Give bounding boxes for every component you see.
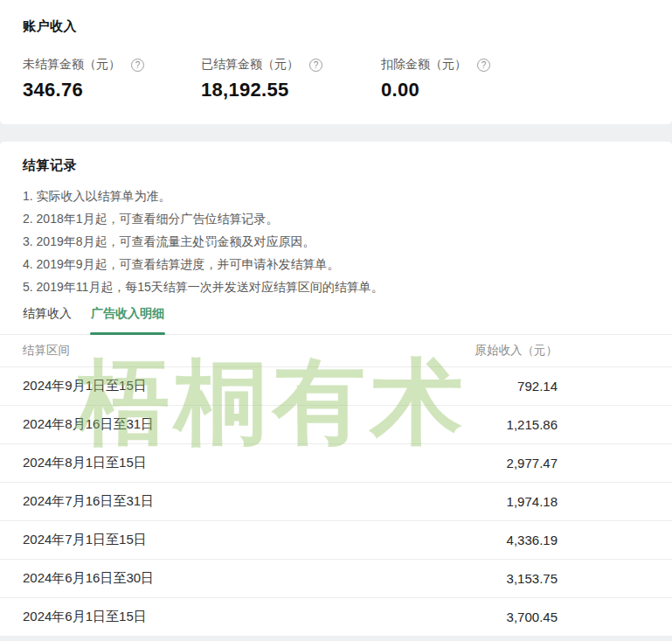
- note-line: 5. 2019年11月起，每15天结算一次并发送对应结算区间的结算单。: [23, 275, 649, 298]
- table-row: 2024年6月16日至30日 3,153.75: [0, 560, 672, 598]
- period-cell: 2024年8月16日至31日: [23, 416, 154, 433]
- column-header-income: 原始收入（元）: [475, 343, 558, 359]
- stat-unsettled-label: 未结算金额（元）: [23, 57, 121, 73]
- account-stats: 未结算金额（元） ? 346.76 已结算金额（元） ? 18,192.55 扣…: [23, 57, 649, 101]
- income-cell: 2,977.47: [507, 456, 558, 470]
- stat-settled-label: 已结算金额（元）: [201, 57, 299, 73]
- settlement-table: 结算区间 原始收入（元） 2024年9月1日至15日 792.14 2024年8…: [0, 335, 672, 636]
- note-line: 3. 2019年8月起，可查看流量主处罚金额及对应原因。: [23, 230, 649, 253]
- note-line: 1. 实际收入以结算单为准。: [23, 185, 649, 207]
- section-divider: [0, 124, 672, 142]
- table-row: 2024年8月1日至15日 2,977.47: [0, 444, 672, 483]
- table-row: 2024年7月16日至31日 1,974.18: [0, 483, 672, 521]
- income-cell: 1,215.86: [507, 417, 558, 432]
- settlement-notes: 1. 实际收入以结算单为准。 2. 2018年1月起，可查看细分广告位结算记录。…: [0, 185, 672, 298]
- table-header-row: 结算区间 原始收入（元）: [0, 335, 672, 367]
- stat-settled-amount: 已结算金额（元） ? 18,192.55: [201, 57, 381, 101]
- income-cell: 792.14: [517, 379, 558, 394]
- table-row: 2024年7月1日至15日 4,336.19: [0, 521, 672, 560]
- column-header-period: 结算区间: [23, 343, 70, 359]
- stat-deducted-value: 0.00: [381, 79, 649, 101]
- stat-unsettled-amount: 未结算金额（元） ? 346.76: [23, 57, 201, 101]
- income-cell: 4,336.19: [507, 533, 558, 547]
- stat-deducted-amount: 扣除金额（元） ? 0.00: [381, 57, 649, 101]
- period-cell: 2024年6月16日至30日: [23, 570, 154, 587]
- stat-unsettled-value: 346.76: [23, 79, 201, 101]
- note-line: 2. 2018年1月起，可查看细分广告位结算记录。: [23, 207, 649, 230]
- settlement-records-title: 结算记录: [0, 157, 672, 174]
- period-cell: 2024年6月1日至15日: [23, 609, 147, 625]
- stat-settled-value: 18,192.55: [201, 79, 381, 101]
- period-cell: 2024年7月1日至15日: [23, 532, 147, 548]
- table-body: 2024年9月1日至15日 792.14 2024年8月16日至31日 1,21…: [0, 367, 672, 636]
- table-row: 2024年8月16日至31日 1,215.86: [0, 406, 672, 444]
- income-cell: 1,974.18: [507, 494, 558, 509]
- tab-bar: 结算收入 广告收入明细: [0, 306, 672, 335]
- stat-deducted-label: 扣除金额（元）: [381, 57, 467, 73]
- period-cell: 2024年9月1日至15日: [23, 378, 147, 394]
- income-cell: 3,153.75: [507, 571, 558, 586]
- account-income-section: 账户收入 未结算金额（元） ? 346.76 已结算金额（元） ? 18,192…: [0, 0, 672, 124]
- table-row: 2024年9月1日至15日 792.14: [0, 367, 672, 406]
- table-row: 2024年6月1日至15日 3,700.45: [0, 598, 672, 636]
- account-income-title: 账户收入: [23, 18, 649, 35]
- tab-ad-income-detail[interactable]: 广告收入明细: [91, 306, 164, 334]
- help-icon[interactable]: ?: [309, 59, 322, 72]
- settlement-records-section: 结算记录 1. 实际收入以结算单为准。 2. 2018年1月起，可查看细分广告位…: [0, 142, 672, 636]
- note-line: 4. 2019年9月起，可查看结算进度，并可申请补发结算单。: [23, 253, 649, 275]
- period-cell: 2024年8月1日至15日: [23, 455, 147, 471]
- period-cell: 2024年7月16日至31日: [23, 493, 154, 510]
- page: { "account": { "title": "账户收入", "help_gl…: [0, 0, 672, 641]
- help-icon[interactable]: ?: [477, 59, 490, 72]
- income-cell: 3,700.45: [507, 610, 558, 624]
- help-icon[interactable]: ?: [131, 59, 144, 72]
- tab-settlement-income[interactable]: 结算收入: [23, 306, 72, 334]
